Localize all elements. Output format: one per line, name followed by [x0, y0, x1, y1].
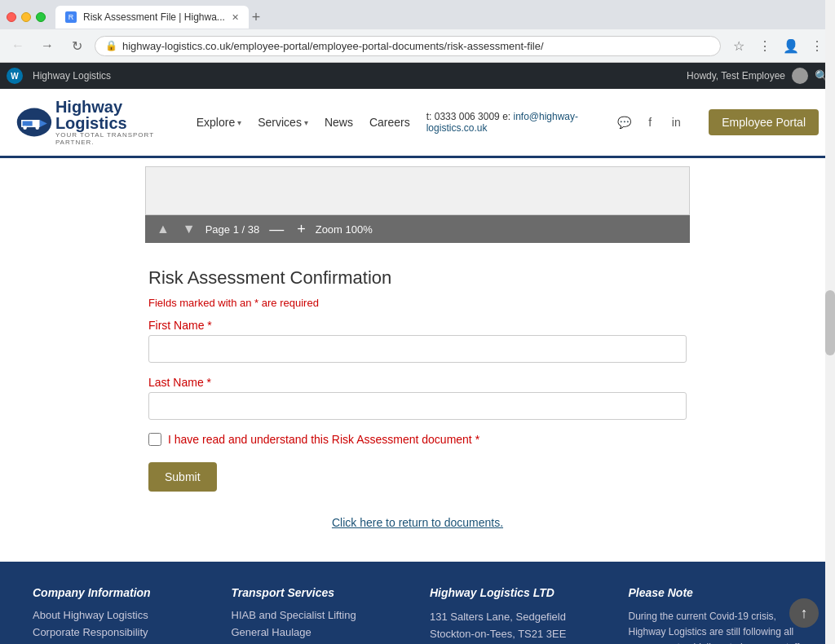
back-btn[interactable]: ←: [7, 34, 29, 57]
main-nav: Explore ▾ Services ▾ News Careers: [197, 116, 410, 129]
browser-chrome: R Risk Assessment File | Highwa... ✕ + ←…: [0, 0, 835, 63]
nav-news[interactable]: News: [325, 116, 353, 129]
logo-company-name: Highway Logistics: [55, 99, 164, 131]
browser-tabs: R Risk Assessment File | Highwa... ✕ +: [0, 0, 835, 29]
contact-email-prefix: e:: [502, 111, 513, 122]
bookmark-btn[interactable]: ☆: [727, 34, 750, 57]
fields-required-text: Fields marked with an * are required: [148, 297, 687, 309]
active-browser-tab[interactable]: R Risk Assessment File | Highwa... ✕: [55, 6, 249, 29]
svg-point-4: [23, 126, 27, 130]
footer-address-title: Highway Logistics LTD: [430, 586, 604, 599]
logo-text: Highway Logistics YOUR TOTAL TRANSPORT P…: [55, 99, 164, 146]
wp-user-avatar[interactable]: [792, 68, 808, 84]
minimize-window-btn[interactable]: [21, 12, 31, 22]
nav-careers-label: Careers: [369, 116, 410, 129]
lock-icon: 🔒: [105, 40, 117, 51]
new-tab-btn[interactable]: +: [252, 10, 261, 24]
footer-col-company: Company Information About Highway Logist…: [33, 586, 207, 644]
extensions-btn[interactable]: ⋮: [753, 34, 776, 57]
main-content: Risk Assessment Confirmation Fields mark…: [132, 251, 703, 562]
nav-careers[interactable]: Careers: [369, 116, 410, 129]
last-name-label: Last Name *: [148, 376, 687, 389]
footer-col-transport: Transport Services HIAB and Specialist L…: [232, 586, 406, 644]
wp-site-name[interactable]: Highway Logistics: [33, 70, 111, 82]
footer-link-about[interactable]: About Highway Logistics: [33, 609, 207, 621]
close-window-btn[interactable]: [7, 12, 16, 22]
header-contact: t: 0333 006 3009 e: info@highway-logisti…: [426, 111, 589, 134]
nav-explore[interactable]: Explore ▾: [197, 116, 241, 129]
maximize-window-btn[interactable]: [36, 12, 46, 22]
wp-admin-bar-right: Howdy, Test Employee 🔍: [687, 68, 828, 84]
wp-howdy-text: Howdy, Test Employee: [687, 70, 785, 82]
logo-icon: [16, 103, 52, 142]
footer-grid: Company Information About Highway Logist…: [33, 586, 802, 644]
pdf-frame: [145, 166, 690, 215]
tab-title: Risk Assessment File | Highwa...: [83, 11, 225, 23]
svg-rect-3: [23, 121, 33, 126]
svg-point-5: [35, 126, 39, 130]
url-text: highway-logistics.co.uk/employee-portal/…: [122, 40, 710, 52]
checkbox-label: I have read and understand this Risk Ass…: [168, 433, 479, 446]
footer-col-address: Highway Logistics LTD 131 Salters Lane, …: [430, 586, 604, 644]
scrollbar-thumb[interactable]: [825, 290, 835, 355]
footer-address-line1: 131 Salters Lane, Sedgefield: [430, 609, 604, 626]
pdf-next-btn[interactable]: ▼: [179, 220, 199, 238]
nav-services-label: Services: [258, 116, 302, 129]
refresh-btn[interactable]: ↻: [65, 34, 88, 57]
url-bar[interactable]: 🔒 highway-logistics.co.uk/employee-porta…: [95, 36, 721, 56]
footer-address-line2: Stockton-on-Tees, TS21 3EE: [430, 626, 604, 643]
pdf-zoom-in-btn[interactable]: +: [294, 221, 309, 238]
wp-logo-icon[interactable]: W: [7, 68, 23, 84]
nav-explore-label: Explore: [197, 116, 235, 129]
pdf-page-info: Page 1 / 38: [205, 223, 260, 236]
logo-tagline: YOUR TOTAL TRANSPORT PARTNER.: [55, 131, 164, 146]
footer-note-title: Please Note: [629, 586, 803, 599]
footer-company-title: Company Information: [33, 586, 207, 599]
footer-link-hiab[interactable]: HIAB and Specialist Lifting: [232, 609, 406, 621]
linkedin-icon[interactable]: in: [666, 112, 686, 132]
footer-transport-title: Transport Services: [232, 586, 406, 599]
site-header: Highway Logistics YOUR TOTAL TRANSPORT P…: [0, 89, 835, 158]
pdf-toolbar: ▲ ▼ Page 1 / 38 — + Zoom 100%: [145, 215, 690, 243]
footer-col-note: Please Note During the current Covid-19 …: [629, 586, 803, 644]
first-name-label: First Name *: [148, 319, 687, 332]
nav-services[interactable]: Services ▾: [258, 116, 308, 129]
logo-area[interactable]: Highway Logistics YOUR TOTAL TRANSPORT P…: [16, 99, 164, 146]
return-to-documents-link[interactable]: Click here to return to documents.: [148, 516, 687, 529]
profile-btn[interactable]: 👤: [780, 34, 802, 57]
address-bar-row: ← → ↻ 🔒 highway-logistics.co.uk/employee…: [0, 29, 835, 62]
site-footer: Company Information About Highway Logist…: [0, 562, 835, 644]
last-name-input[interactable]: [148, 392, 687, 420]
wp-admin-bar-left: W Highway Logistics: [7, 68, 111, 84]
tab-close-btn[interactable]: ✕: [232, 12, 239, 23]
facebook-icon[interactable]: f: [640, 112, 660, 132]
tab-favicon: R: [65, 11, 77, 23]
header-social: 💬 f in: [614, 112, 686, 132]
forward-btn[interactable]: →: [36, 34, 59, 57]
first-name-input[interactable]: [148, 335, 687, 363]
pdf-prev-btn[interactable]: ▲: [153, 220, 173, 238]
scroll-to-top-btn[interactable]: ↑: [789, 598, 819, 628]
explore-chevron-icon: ▾: [237, 118, 241, 127]
submit-button[interactable]: Submit: [148, 462, 217, 492]
nav-news-label: News: [325, 116, 353, 129]
wp-admin-bar: W Highway Logistics Howdy, Test Employee…: [0, 63, 835, 89]
window-controls: [7, 12, 46, 22]
pdf-viewer-area: ▲ ▼ Page 1 / 38 — + Zoom 100%: [0, 158, 835, 251]
footer-link-haulage[interactable]: General Haulage: [232, 626, 406, 638]
services-chevron-icon: ▾: [304, 118, 308, 127]
footer-address-text: 131 Salters Lane, Sedgefield Stockton-on…: [430, 609, 604, 644]
scroll-top-icon: ↑: [801, 605, 808, 622]
toolbar-icons: ☆ ⋮ 👤 ⋮: [727, 34, 828, 57]
checkbox-row: I have read and understand this Risk Ass…: [148, 433, 687, 446]
page-scrollbar[interactable]: [825, 0, 835, 644]
pdf-zoom-level: Zoom 100%: [316, 223, 373, 236]
contact-phone: t: 0333 006 3009: [426, 111, 500, 122]
footer-note-text: During the current Covid-19 crisis, High…: [629, 609, 803, 644]
risk-assessment-checkbox[interactable]: [148, 433, 161, 446]
pdf-zoom-out-btn[interactable]: —: [266, 221, 287, 238]
footer-link-corporate[interactable]: Corporate Responsibility: [33, 626, 207, 638]
whatsapp-icon[interactable]: 💬: [614, 112, 634, 132]
employee-portal-button[interactable]: Employee Portal: [709, 109, 819, 135]
form-title: Risk Assessment Confirmation: [148, 267, 687, 289]
